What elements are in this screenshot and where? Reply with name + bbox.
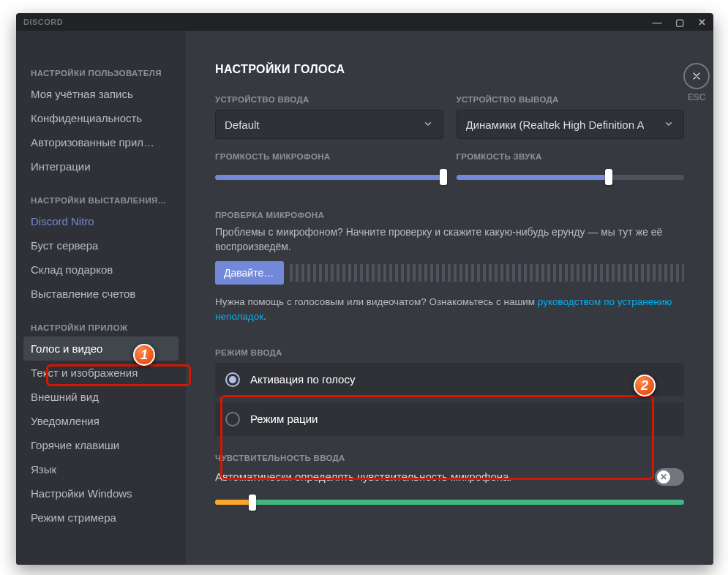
chevron-down-icon — [663, 118, 675, 132]
sensitivity-auto-toggle[interactable]: ✕ — [655, 468, 684, 486]
mic-volume-label: ГРОМКОСТЬ МИКРОФОНА — [215, 152, 443, 161]
mic-check-meter — [290, 264, 684, 282]
input-device-label: УСТРОЙСТВО ВВОДА — [215, 95, 443, 104]
input-mode-group: Активация по голосуРежим рации — [215, 363, 684, 436]
input-mode-option[interactable]: Режим рации — [215, 402, 684, 436]
output-device-value: Динамики (Realtek High Definition A — [466, 119, 645, 131]
sidebar-item[interactable]: Внешний вид — [23, 385, 179, 409]
chevron-down-icon — [422, 118, 434, 132]
sidebar-header: НАСТРОЙКИ ВЫСТАВЛЕНИЯ… — [23, 190, 179, 209]
window-minimize-button[interactable]: — — [653, 17, 663, 28]
settings-sidebar: НАСТРОЙКИ ПОЛЬЗОВАТЕЛЯМоя учётная запись… — [16, 31, 186, 565]
sidebar-item[interactable]: Выставление счетов — [23, 282, 179, 306]
sidebar-item[interactable]: Уведомления — [23, 409, 179, 433]
sidebar-item[interactable]: Язык — [23, 457, 179, 481]
sidebar-item[interactable]: Конфиденциальность — [23, 106, 179, 130]
window-controls: — ▢ ✕ — [653, 17, 707, 28]
toggle-knob: ✕ — [657, 470, 670, 484]
input-device-select[interactable]: Default — [215, 110, 443, 139]
sensitivity-slider[interactable] — [215, 495, 684, 511]
close-icon — [691, 70, 702, 82]
window-close-button[interactable]: ✕ — [698, 17, 707, 28]
page-title: НАСТРОЙКИ ГОЛОСА — [215, 63, 684, 76]
mic-check-button[interactable]: Давайте пр… — [215, 261, 284, 285]
input-mode-option-label: Режим рации — [250, 413, 318, 425]
radio-icon — [225, 372, 240, 387]
sensitivity-auto-label: Автоматически определять чувствительност… — [215, 470, 512, 483]
help-prefix: Нужна помощь с голосовым или видеочатом?… — [215, 296, 538, 307]
radio-icon — [225, 412, 240, 426]
input-mode-label: РЕЖИМ ВВОДА — [215, 348, 684, 357]
app-title: DISCORD — [23, 18, 63, 26]
sidebar-item[interactable]: Режим стримера — [23, 506, 179, 530]
help-text: Нужна помощь с голосовым или видеочатом?… — [215, 295, 684, 325]
mic-volume-slider[interactable] — [215, 167, 443, 187]
sidebar-item[interactable]: Авторизованные прил… — [23, 130, 179, 154]
input-device-value: Default — [225, 119, 260, 131]
sidebar-item[interactable]: Голос и видео — [23, 337, 179, 361]
sidebar-item[interactable]: Discord Nitro — [23, 209, 179, 233]
sidebar-item[interactable]: Горячие клавиши — [23, 433, 179, 457]
input-mode-option-label: Активация по голосу — [250, 373, 355, 386]
app-window: DISCORD — ▢ ✕ НАСТРОЙКИ ПОЛЬЗОВАТЕЛЯМоя … — [16, 13, 713, 565]
sidebar-item[interactable]: Интеграции — [23, 154, 179, 178]
sidebar-item[interactable]: Склад подарков — [23, 258, 179, 282]
sensitivity-label: ЧУВСТВИТЕЛЬНОСТЬ ВВОДА — [215, 454, 684, 462]
sidebar-item[interactable]: Буст сервера — [23, 233, 179, 258]
mic-check-desc: Проблемы с микрофоном? Начните проверку … — [215, 225, 684, 254]
output-device-select[interactable]: Динамики (Realtek High Definition A — [457, 110, 685, 139]
input-mode-option[interactable]: Активация по голосу — [215, 363, 684, 397]
sidebar-item[interactable]: Текст и изображения — [23, 361, 179, 385]
sidebar-item[interactable]: Моя учётная запись — [23, 82, 179, 106]
settings-content: ESC НАСТРОЙКИ ГОЛОСА УСТРОЙСТВО ВВОДА De… — [186, 31, 713, 565]
window-maximize-button[interactable]: ▢ — [675, 17, 685, 28]
mic-check-label: ПРОВЕРКА МИКРОФОНА — [215, 211, 684, 219]
sidebar-header: НАСТРОЙКИ ПРИЛОЖ — [23, 317, 179, 337]
titlebar: DISCORD — ▢ ✕ — [16, 13, 713, 31]
out-volume-slider[interactable] — [457, 167, 685, 187]
out-volume-label: ГРОМКОСТЬ ЗВУКА — [457, 152, 685, 161]
output-device-label: УСТРОЙСТВО ВЫВОДА — [457, 95, 685, 104]
sidebar-header: НАСТРОЙКИ ПОЛЬЗОВАТЕЛЯ — [23, 63, 179, 82]
close-settings-button[interactable] — [683, 63, 710, 89]
sidebar-item[interactable]: Настройки Windows — [23, 481, 179, 506]
help-suffix: . — [263, 311, 266, 322]
